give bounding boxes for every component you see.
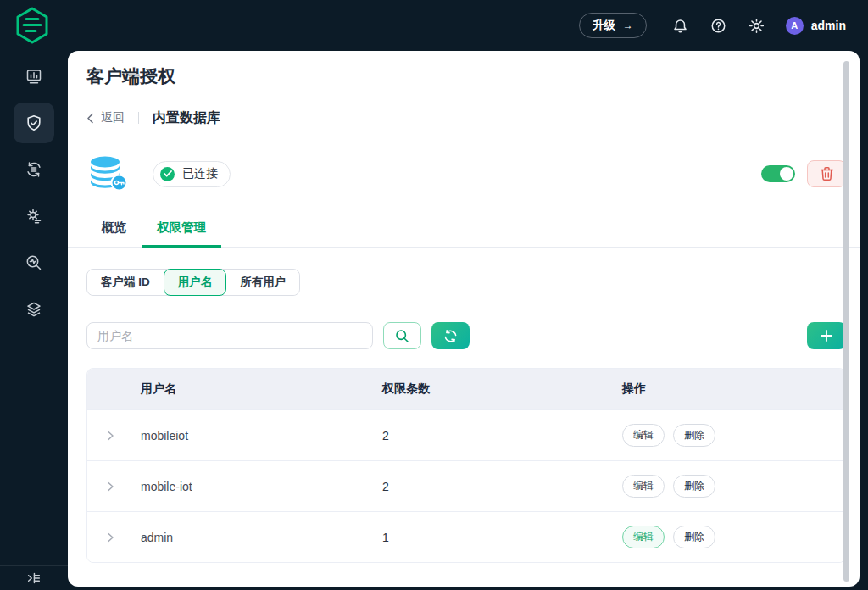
breadcrumb: 返回 内置数据库 <box>86 109 846 126</box>
connection-status-badge: 已连接 <box>153 161 231 187</box>
row-permission-count: 1 <box>382 531 622 544</box>
emqx-logo-icon[interactable] <box>15 6 51 45</box>
chevron-right-icon <box>107 481 114 492</box>
table-row: admin 1 编辑 删除 <box>87 511 845 562</box>
gear-doc-icon <box>25 207 43 225</box>
chevron-left-icon <box>86 113 94 124</box>
gear-icon[interactable] <box>748 16 766 35</box>
row-username: mobile-iot <box>141 480 382 493</box>
sidebar-item-management[interactable] <box>14 196 54 237</box>
help-icon[interactable] <box>709 16 728 35</box>
edit-button[interactable]: 编辑 <box>622 424 665 447</box>
connector-status-row: 已连接 <box>86 154 846 193</box>
chevron-right-icon <box>107 431 114 441</box>
permissions-table: 用户名 权限条数 操作 mobileiot 2 编辑 删除 <box>86 368 846 563</box>
connector-enabled-toggle[interactable] <box>761 165 795 182</box>
tab-overview[interactable]: 概览 <box>86 220 142 247</box>
layers-icon <box>25 300 43 319</box>
page-title: 客户端授权 <box>86 64 846 88</box>
upgrade-label: 升级 <box>593 18 615 33</box>
delete-connector-button[interactable] <box>807 160 846 187</box>
delete-button[interactable]: 删除 <box>673 475 715 498</box>
add-user-button[interactable] <box>807 322 846 349</box>
column-actions: 操作 <box>622 381 845 397</box>
filter-tab-clientid[interactable]: 客户端 ID <box>87 270 164 295</box>
delete-button[interactable]: 删除 <box>673 424 715 447</box>
row-username: admin <box>141 531 382 544</box>
search-icon <box>395 329 409 343</box>
row-permission-count: 2 <box>382 480 622 493</box>
sidebar-item-dashboard[interactable] <box>14 56 54 97</box>
row-username: mobileiot <box>141 429 382 442</box>
expand-row-button[interactable] <box>87 532 141 543</box>
diagnose-icon <box>25 253 43 272</box>
search-button[interactable] <box>383 322 421 349</box>
upgrade-button[interactable]: 升级 → <box>579 13 647 38</box>
filter-tab-username[interactable]: 用户名 <box>164 269 227 296</box>
expand-sidebar-icon <box>25 570 42 587</box>
row-permission-count: 2 <box>382 429 622 442</box>
search-input[interactable] <box>86 322 373 349</box>
sidebar-item-extensions[interactable] <box>14 289 54 330</box>
database-icon <box>86 154 131 193</box>
refresh-button[interactable] <box>431 322 470 349</box>
scrollbar-thumb[interactable] <box>843 61 849 582</box>
search-toolbar <box>86 322 846 349</box>
breadcrumb-divider <box>138 112 139 124</box>
expand-row-button[interactable] <box>87 481 141 492</box>
edit-button[interactable]: 编辑 <box>622 526 665 548</box>
sidebar-item-diagnose[interactable] <box>14 242 54 283</box>
tab-bar: 概览 权限管理 <box>68 220 860 248</box>
expand-row-button[interactable] <box>87 431 141 441</box>
back-button[interactable]: 返回 <box>86 110 125 125</box>
top-bar: 升级 → A admin <box>0 0 868 51</box>
plus-icon <box>820 329 833 342</box>
sidebar-collapse-button[interactable] <box>0 565 68 590</box>
connection-status-label: 已连接 <box>182 166 218 181</box>
bell-icon[interactable] <box>671 16 690 35</box>
table-row: mobile-iot 2 编辑 删除 <box>87 460 845 511</box>
avatar: A <box>786 17 804 35</box>
data-cycle-icon <box>25 160 43 179</box>
column-permission-count: 权限条数 <box>382 381 622 397</box>
check-circle-icon <box>160 167 175 181</box>
toggle-knob <box>780 167 793 181</box>
delete-button[interactable]: 删除 <box>673 526 715 548</box>
chevron-right-icon <box>107 532 114 543</box>
table-header: 用户名 权限条数 操作 <box>87 369 845 409</box>
refresh-icon <box>443 329 458 343</box>
account-menu[interactable]: A admin <box>786 17 846 35</box>
trash-icon <box>820 166 834 181</box>
sidebar-item-access-control[interactable] <box>14 103 54 143</box>
sidebar-item-integration[interactable] <box>14 149 54 190</box>
dashboard-icon <box>25 67 43 86</box>
sidebar-nav <box>0 51 68 590</box>
account-username: admin <box>811 19 846 32</box>
back-label: 返回 <box>101 110 125 125</box>
filter-tab-all-users[interactable]: 所有用户 <box>226 270 299 295</box>
filter-segmented-control: 客户端 ID 用户名 所有用户 <box>86 269 300 296</box>
tab-permission-management[interactable]: 权限管理 <box>142 220 221 247</box>
shield-check-icon <box>25 114 43 132</box>
upgrade-arrow-icon: → <box>623 19 633 31</box>
table-row: mobileiot 2 编辑 删除 <box>87 409 845 460</box>
breadcrumb-current: 内置数据库 <box>153 109 220 127</box>
main-content-card: 客户端授权 返回 内置数据库 <box>68 51 860 587</box>
edit-button[interactable]: 编辑 <box>622 475 665 498</box>
column-username: 用户名 <box>141 381 382 397</box>
